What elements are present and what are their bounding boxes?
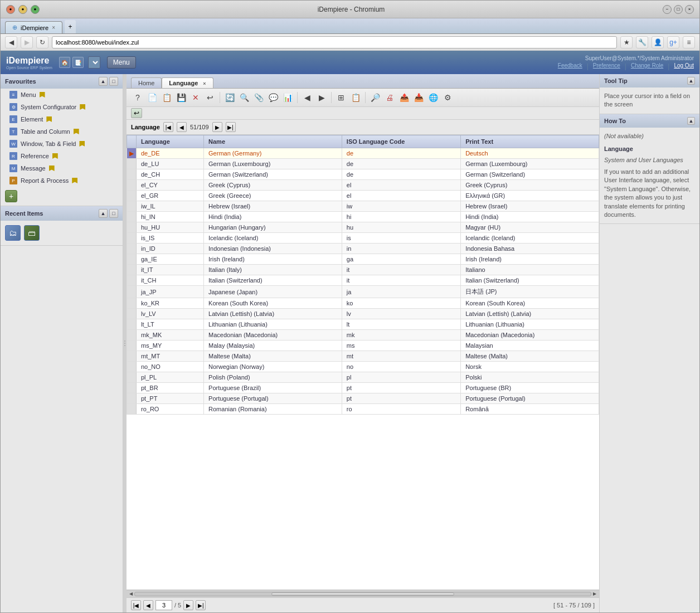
sidebar-item-element[interactable]: E Element <box>1 113 123 125</box>
prev-page-btn[interactable]: ◀ <box>143 600 153 610</box>
table-row[interactable]: ms_MY Malay (Malaysia) ms Malaysian <box>127 340 599 351</box>
first-page-btn[interactable]: |◀ <box>131 600 141 610</box>
table-row[interactable]: hu_HU Hungarian (Hungary) hu Magyar (HU) <box>127 222 599 233</box>
table-row[interactable]: mk_MK Macedonian (Macedonia) mk Macedoni… <box>127 330 599 340</box>
recent-icon-2[interactable]: 🗃 <box>24 225 40 241</box>
bookmark-icon[interactable]: 📑 <box>72 57 84 68</box>
extensions-btn[interactable]: 🔧 <box>636 36 648 48</box>
first-record-btn[interactable]: |◀ <box>163 122 173 132</box>
last-page-btn[interactable]: ▶| <box>196 600 206 610</box>
horizontal-scrollbar[interactable]: ◀ ▶ <box>127 590 599 597</box>
new-record-btn[interactable]: 📄 <box>145 91 159 104</box>
save-btn[interactable]: 💾 <box>174 91 188 104</box>
close-icon[interactable]: × <box>685 5 694 14</box>
restore-icon[interactable]: □ <box>674 5 683 14</box>
recent-icon-1[interactable]: 🗂 <box>5 225 21 241</box>
recent-items-header[interactable]: Recent Items ▲ □ <box>1 206 123 221</box>
last-record-btn[interactable]: ▶| <box>226 122 236 132</box>
howto-collapse-btn[interactable]: ▲ <box>687 117 695 125</box>
google-btn[interactable]: g+ <box>667 36 679 48</box>
table-row[interactable]: lt_LT Lithuanian (Lithuania) lt Lithuani… <box>127 319 599 330</box>
import-btn[interactable]: 📥 <box>412 91 425 104</box>
bookmark-star-icon[interactable]: ★ <box>620 36 633 48</box>
translate-btn[interactable]: 🌐 <box>426 91 440 104</box>
help-btn[interactable]: ? <box>131 91 144 104</box>
col-header-print[interactable]: Print Text <box>461 135 599 148</box>
context-select[interactable] <box>88 56 100 69</box>
tab-home[interactable]: Home <box>131 77 162 88</box>
table-row[interactable]: ga_IE Irish (Ireland) ga Irish (Ireland) <box>127 254 599 265</box>
tab-language-close[interactable]: × <box>203 81 206 86</box>
col-header-iso[interactable]: ISO Language Code <box>342 135 460 148</box>
sidebar-item-window-tab-field[interactable]: W Window, Tab & Field <box>1 138 123 150</box>
table-row[interactable]: in_ID Indonesian (Indonesia) in Indonesi… <box>127 244 599 254</box>
scrollbar-thumb[interactable] <box>271 592 454 596</box>
logout-link[interactable]: Log Out <box>674 62 694 70</box>
menu-button[interactable]: Menu <box>107 56 136 69</box>
history-btn[interactable]: 📊 <box>281 91 294 104</box>
table-row[interactable]: el_GR Greek (Greece) el Ελληνικά (GR) <box>127 191 599 201</box>
attachment-btn[interactable]: 📎 <box>252 91 265 104</box>
export-btn[interactable]: 📤 <box>397 91 411 104</box>
add-favourite-btn[interactable]: + <box>1 187 123 206</box>
change-role-link[interactable]: Change Role <box>631 62 663 70</box>
grid-btn[interactable]: ⊞ <box>334 91 348 104</box>
table-row[interactable]: it_CH Italian (Switzerland) it Italian (… <box>127 275 599 286</box>
chat-btn[interactable]: 💬 <box>266 91 280 104</box>
back-btn[interactable]: ◀ <box>5 36 17 48</box>
zoom-btn[interactable]: 🔎 <box>368 91 382 104</box>
next-btn[interactable]: ▶ <box>315 91 328 104</box>
forward-btn[interactable]: ▶ <box>21 36 33 48</box>
print-btn[interactable]: 🖨 <box>383 91 396 104</box>
table-row[interactable]: no_NO Norwegian (Norway) no Norsk <box>127 362 599 372</box>
table-row[interactable]: ja_JP Japanese (Japan) ja 日本語 (JP) <box>127 286 599 298</box>
workflow-btn[interactable]: ⚙ <box>441 91 454 104</box>
col-header-language[interactable]: Language <box>137 135 204 148</box>
form-btn[interactable]: 📋 <box>349 91 362 104</box>
menu-btn[interactable]: ≡ <box>683 36 695 48</box>
refresh-data-btn[interactable]: 🔄 <box>223 91 236 104</box>
scroll-right-btn[interactable]: ▶ <box>591 591 598 597</box>
favourites-header[interactable]: Favourites ▲ □ <box>1 74 123 89</box>
sidebar-item-reference[interactable]: R Reference <box>1 150 123 162</box>
recent-expand-btn[interactable]: ▲ <box>99 209 108 218</box>
browser-minimize-btn[interactable]: ● <box>18 5 27 14</box>
browser-tab[interactable]: ⊕ iDempiere × <box>5 21 62 33</box>
page-input[interactable] <box>155 600 172 610</box>
prev-btn[interactable]: ◀ <box>300 91 314 104</box>
minimize-icon[interactable]: − <box>663 5 672 14</box>
table-row[interactable]: it_IT Italian (Italy) it Italiano <box>127 265 599 275</box>
table-row[interactable]: iw_IL Hebrew (Israel) iw Hebrew (Israel) <box>127 201 599 212</box>
add-icon[interactable]: + <box>5 190 17 202</box>
table-row[interactable]: de_CH German (Switzerland) de German (Sw… <box>127 169 599 180</box>
next-page-btn[interactable]: ▶ <box>183 600 193 610</box>
collapse-btn[interactable]: □ <box>109 77 118 86</box>
table-row[interactable]: de_LU German (Luxembourg) de German (Lux… <box>127 159 599 169</box>
delete-btn[interactable]: ✕ <box>189 91 202 104</box>
scroll-left-btn[interactable]: ◀ <box>128 591 134 597</box>
table-row[interactable]: pl_PL Polish (Poland) pl Polski <box>127 372 599 383</box>
recent-collapse-btn[interactable]: □ <box>109 209 118 218</box>
copy-record-btn[interactable]: 📋 <box>160 91 173 104</box>
url-input[interactable] <box>52 36 617 48</box>
col-header-name[interactable]: Name <box>204 135 342 148</box>
browser-maximize-btn[interactable]: ● <box>31 5 40 14</box>
table-row[interactable]: pt_BR Portuguese (Brazil) pt Portuguese … <box>127 383 599 393</box>
profile-btn[interactable]: 👤 <box>652 36 664 48</box>
sidebar-item-menu[interactable]: ≡ Menu <box>1 89 123 101</box>
prev-record-btn[interactable]: ◀ <box>177 122 187 132</box>
preference-link[interactable]: Preference <box>593 62 620 70</box>
tab-language[interactable]: Language × <box>162 77 213 88</box>
table-row[interactable]: mt_MT Maltese (Malta) mt Maltese (Malta) <box>127 351 599 362</box>
table-row[interactable]: ro_RO Romanian (Romania) ro Română <box>127 404 599 415</box>
sidebar-item-table-and-column[interactable]: T Table and Column <box>1 125 123 138</box>
sidebar-item-system-configurator[interactable]: ⚙ System Configurator <box>1 101 123 113</box>
home-icon[interactable]: 🏠 <box>59 57 70 68</box>
tab-close-icon[interactable]: × <box>52 25 55 31</box>
back-arrow-btn[interactable]: ↩ <box>131 108 142 118</box>
next-record-btn[interactable]: ▶ <box>212 122 222 132</box>
browser-back-btn[interactable]: ● <box>6 5 15 14</box>
table-row[interactable]: pt_PT Portuguese (Portugal) pt Portugues… <box>127 393 599 404</box>
sidebar-item-message[interactable]: M Message <box>1 162 123 174</box>
scrollbar-track[interactable] <box>134 592 591 596</box>
